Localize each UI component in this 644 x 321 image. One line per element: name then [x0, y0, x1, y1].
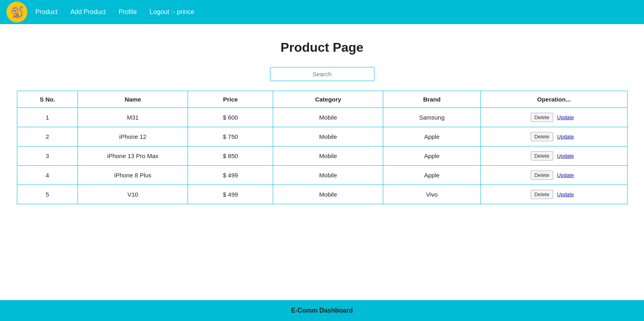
table-row: 1 M31 $ 600 Mobile Samsung DeleteUpdate — [17, 108, 627, 127]
search-container — [270, 67, 374, 81]
update-button[interactable]: Update — [554, 132, 577, 141]
cell-price: $ 750 — [188, 127, 273, 146]
cell-category: Mobile — [273, 127, 383, 146]
nav-link-logout[interactable]: Logout :- prince — [150, 8, 194, 16]
cell-name: V10 — [78, 185, 188, 204]
cell-brand: Apple — [383, 166, 480, 185]
cell-price: $ 499 — [188, 185, 273, 204]
cell-operation: DeleteUpdate — [480, 185, 627, 204]
cell-operation: DeleteUpdate — [480, 146, 627, 166]
footer-text: E-Comm Dashboard — [291, 307, 353, 314]
cell-operation: DeleteUpdate — [480, 127, 627, 146]
table-row: 2 iPhone 12 $ 750 Mobile Apple DeleteUpd… — [17, 127, 627, 146]
page-title: Product Page — [280, 40, 363, 55]
nav-link-add-product[interactable]: Add Product — [70, 8, 106, 16]
cell-brand: Vivo — [383, 185, 480, 204]
cell-price: $ 850 — [188, 146, 273, 166]
th-operation: Operation... — [480, 91, 627, 108]
footer: E-Comm Dashboard — [0, 300, 644, 321]
update-button[interactable]: Update — [554, 113, 577, 122]
cell-operation: DeleteUpdate — [480, 108, 627, 127]
cell-price: $ 499 — [188, 166, 273, 185]
delete-button[interactable]: Delete — [531, 132, 553, 141]
product-table-wrapper: S No. Name Price Category Brand Operatio… — [17, 91, 628, 204]
main-content: Product Page S No. Name Price Category B… — [0, 24, 644, 300]
cell-price: $ 600 — [188, 108, 273, 127]
nav-link-product[interactable]: Product — [35, 8, 57, 16]
th-category: Category — [273, 91, 383, 108]
cell-operation: DeleteUpdate — [480, 166, 627, 185]
cell-sno: 4 — [17, 166, 78, 185]
navbar-links: Product Add Product Profile Logout :- pr… — [35, 8, 194, 16]
th-sno: S No. — [17, 91, 78, 108]
delete-button[interactable]: Delete — [531, 190, 553, 199]
th-price: Price — [188, 91, 273, 108]
search-input[interactable] — [270, 67, 374, 81]
cell-sno: 2 — [17, 127, 78, 146]
th-name: Name — [78, 91, 188, 108]
nav-link-profile[interactable]: Profile — [119, 8, 137, 16]
table-header-row: S No. Name Price Category Brand Operatio… — [17, 91, 627, 108]
update-button[interactable]: Update — [554, 190, 577, 199]
cell-category: Mobile — [273, 146, 383, 166]
delete-button[interactable]: Delete — [531, 171, 553, 180]
cell-name: iPhone 8 Plus — [78, 166, 188, 185]
th-brand: Brand — [383, 91, 480, 108]
cell-category: Mobile — [273, 185, 383, 204]
cell-sno: 1 — [17, 108, 78, 127]
cell-brand: Apple — [383, 146, 480, 166]
navbar: 🐒 Product Add Product Profile Logout :- … — [0, 0, 644, 24]
logo-image: 🐒 — [6, 2, 27, 22]
cell-brand: Samsung — [383, 108, 480, 127]
update-button[interactable]: Update — [554, 171, 577, 179]
cell-name: M31 — [78, 108, 188, 127]
update-button[interactable]: Update — [554, 152, 577, 160]
delete-button[interactable]: Delete — [531, 151, 553, 160]
cell-brand: Apple — [383, 127, 480, 146]
cell-sno: 5 — [17, 185, 78, 204]
cell-category: Mobile — [273, 166, 383, 185]
cell-name: iPhone 13 Pro Max — [78, 146, 188, 166]
table-row: 5 V10 $ 499 Mobile Vivo DeleteUpdate — [17, 185, 627, 204]
navbar-logo: 🐒 — [6, 2, 27, 22]
table-row: 4 iPhone 8 Plus $ 499 Mobile Apple Delet… — [17, 166, 627, 185]
cell-name: iPhone 12 — [78, 127, 188, 146]
cell-category: Mobile — [273, 108, 383, 127]
cell-sno: 3 — [17, 146, 78, 166]
product-table: S No. Name Price Category Brand Operatio… — [17, 91, 628, 204]
table-row: 3 iPhone 13 Pro Max $ 850 Mobile Apple D… — [17, 146, 627, 166]
delete-button[interactable]: Delete — [531, 113, 553, 122]
